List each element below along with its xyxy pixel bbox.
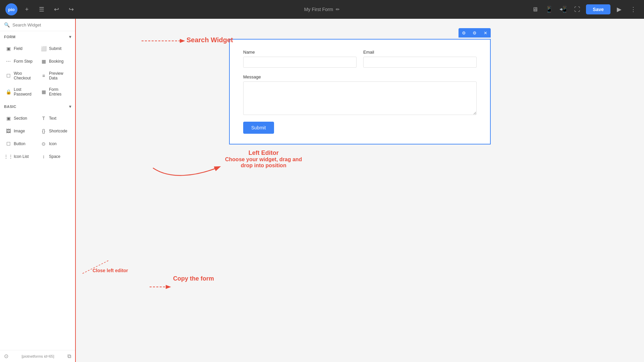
- text-icon: T: [41, 115, 47, 121]
- icon-icon: ⊙: [41, 141, 47, 147]
- name-field-group: Name: [243, 50, 357, 68]
- left-editor-line1: Left Editor: [225, 149, 302, 157]
- image-icon: 🖼: [5, 128, 11, 134]
- booking-icon: ▦: [41, 58, 47, 64]
- email-field-group: Email: [363, 50, 477, 68]
- layers-button[interactable]: ☰: [36, 4, 47, 15]
- widget-shortcode-label: Shortcode: [49, 129, 67, 133]
- widget-button-label: Button: [14, 141, 25, 146]
- form-widgets-grid: ▣ Field ⬜ Submit ⋯ Form Step ▦ Booking ☐…: [0, 41, 75, 101]
- widget-shortcode[interactable]: {} Shortcode: [38, 125, 72, 137]
- tablet-view-button[interactable]: 📱: [544, 4, 554, 15]
- widget-preview-data[interactable]: ≡ Preview Data: [38, 68, 72, 83]
- topbar-right: 🖥 📱 📲 ⛶ Save ▶ ⋮: [530, 4, 639, 15]
- form-container: Name Email Message Submit: [229, 39, 491, 144]
- sidebar-toggle-button[interactable]: ⊙: [4, 353, 8, 359]
- form-step-icon: ⋯: [5, 58, 11, 64]
- widget-toolbar: ⚙ ⚙ ✕: [459, 28, 491, 38]
- logo[interactable]: pio: [5, 3, 17, 15]
- widget-settings-button[interactable]: ⚙: [459, 28, 469, 38]
- widget-field-label: Field: [14, 46, 22, 51]
- form-section-label: FORM: [4, 35, 15, 39]
- widget-form-entries-label: Form Entries: [49, 87, 70, 97]
- section-icon: ▣: [5, 115, 11, 121]
- mobile-view-button[interactable]: 📲: [558, 4, 569, 15]
- shortcode-display: [piotnetforms id=65]: [22, 354, 54, 358]
- widget-button[interactable]: ☐ Button: [3, 138, 37, 150]
- basic-widgets-grid: ▣ Section T Text 🖼 Image {} Shortcode ☐ …: [0, 111, 75, 164]
- icon-list-icon: ⋮⋮: [5, 154, 11, 160]
- save-button[interactable]: Save: [586, 4, 610, 14]
- submit-icon: ⬜: [41, 46, 47, 52]
- topbar: pio + ☰ ↩ ↪ My First Form ✏ 🖥 📱 📲 ⛶ Save…: [0, 0, 644, 19]
- widget-close-button[interactable]: ✕: [480, 28, 491, 38]
- left-editor-line2: Choose your widget, drag and: [225, 157, 302, 163]
- fullscreen-button[interactable]: ⛶: [572, 4, 583, 15]
- form-section-chevron[interactable]: ▾: [69, 35, 71, 39]
- widget-icon-list-label: Icon List: [14, 154, 29, 159]
- message-input[interactable]: [243, 81, 477, 115]
- form-title: My First Form: [304, 7, 333, 12]
- copy-code-button[interactable]: ⧉: [67, 353, 71, 359]
- search-widget-annotation: Search Widget: [186, 36, 233, 44]
- widget-space-label: Space: [49, 154, 60, 159]
- widget-text-label: Text: [49, 116, 56, 121]
- shortcode-icon: {}: [41, 128, 47, 134]
- copy-form-annotation: Copy the form: [173, 275, 214, 282]
- widget-text[interactable]: T Text: [38, 112, 72, 124]
- left-editor-annotation: Left Editor Choose your widget, drag and…: [225, 149, 302, 169]
- email-label: Email: [363, 50, 477, 55]
- form-section-header: FORM ▾: [0, 31, 75, 41]
- form-entries-icon: ▦: [41, 89, 47, 95]
- widget-icon[interactable]: ⊙ Icon: [38, 138, 72, 150]
- widget-submit[interactable]: ⬜ Submit: [38, 43, 72, 55]
- widget-booking-label: Booking: [49, 59, 63, 64]
- preview-data-icon: ≡: [41, 73, 47, 79]
- search-box[interactable]: 🔍: [0, 19, 75, 31]
- widget-icon-list[interactable]: ⋮⋮ Icon List: [3, 150, 37, 163]
- widget-field[interactable]: ▣ Field: [3, 43, 37, 55]
- widget-woo-checkout[interactable]: ☐ Woo Checkout: [3, 68, 37, 83]
- button-icon: ☐: [5, 141, 11, 147]
- widget-lost-password[interactable]: 🔒 Lost Password: [3, 84, 37, 100]
- widget-section[interactable]: ▣ Section: [3, 112, 37, 124]
- widget-lost-password-label: Lost Password: [14, 87, 35, 97]
- svg-line-1: [83, 260, 109, 274]
- sidebar-bottom: ⊙ [piotnetforms id=65] ⧉: [0, 350, 75, 362]
- widget-booking[interactable]: ▦ Booking: [38, 55, 72, 67]
- form-title-area: My First Form ✏: [304, 7, 340, 12]
- widget-form-step[interactable]: ⋯ Form Step: [3, 55, 37, 67]
- preview-button[interactable]: ▶: [614, 4, 625, 15]
- form-name-email-row: Name Email: [243, 50, 477, 68]
- basic-section-chevron[interactable]: ▾: [69, 104, 71, 109]
- widget-image-label: Image: [14, 129, 25, 133]
- more-options-button[interactable]: ⋮: [628, 4, 639, 15]
- widget-image[interactable]: 🖼 Image: [3, 125, 37, 137]
- name-label: Name: [243, 50, 357, 55]
- woo-checkout-icon: ☐: [5, 73, 11, 79]
- left-editor-line3: drop into position: [225, 163, 302, 169]
- basic-section-label: BASIC: [4, 105, 16, 109]
- add-button[interactable]: +: [21, 4, 32, 15]
- lost-password-icon: 🔒: [5, 89, 11, 95]
- search-icon: 🔍: [4, 22, 10, 27]
- search-input[interactable]: [12, 22, 71, 27]
- edit-title-icon[interactable]: ✏: [336, 7, 340, 12]
- sidebar: 🔍 FORM ▾ ▣ Field ⬜ Submit ⋯ Form Step ▦ …: [0, 19, 76, 362]
- widget-submit-label: Submit: [49, 46, 61, 51]
- widget-space[interactable]: ↕ Space: [38, 150, 72, 163]
- message-label: Message: [243, 74, 477, 79]
- basic-section-header: BASIC ▾: [0, 101, 75, 111]
- submit-button[interactable]: Submit: [243, 122, 274, 134]
- undo-button[interactable]: ↩: [51, 4, 62, 15]
- redo-button[interactable]: ↪: [66, 4, 76, 15]
- main-layout: 🔍 FORM ▾ ▣ Field ⬜ Submit ⋯ Form Step ▦ …: [0, 19, 644, 362]
- widget-form-entries[interactable]: ▦ Form Entries: [38, 84, 72, 100]
- name-input[interactable]: [243, 57, 357, 68]
- widget-duplicate-button[interactable]: ⚙: [469, 28, 480, 38]
- field-icon: ▣: [5, 46, 11, 52]
- desktop-view-button[interactable]: 🖥: [530, 4, 540, 15]
- widget-woo-checkout-label: Woo Checkout: [14, 71, 35, 80]
- email-input[interactable]: [363, 57, 477, 68]
- widget-section-label: Section: [14, 116, 27, 121]
